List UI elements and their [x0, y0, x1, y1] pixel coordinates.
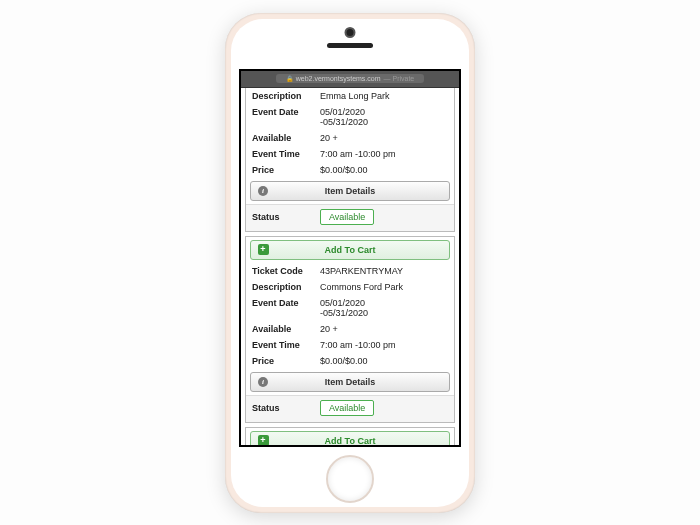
- browser-address-bar[interactable]: 🔒 web2.vermontsystems.com — Private: [241, 71, 459, 88]
- label-price: Price: [252, 165, 320, 175]
- label-available: Available: [252, 324, 320, 334]
- item-details-button[interactable]: i Item Details: [250, 372, 450, 392]
- phone-home-button[interactable]: [326, 455, 374, 503]
- label-available: Available: [252, 133, 320, 143]
- item-details-label: Item Details: [325, 186, 376, 196]
- value-description: Commons Ford Park: [320, 282, 448, 292]
- ticket-card: + Add To Cart Ticket Code43PARKENTRYMAY …: [245, 236, 455, 423]
- label-status: Status: [252, 212, 320, 222]
- value-description: Emma Long Park: [320, 91, 448, 101]
- label-description: Description: [252, 282, 320, 292]
- value-event-time: 7:00 am -10:00 pm: [320, 340, 448, 350]
- add-to-cart-label: Add To Cart: [325, 245, 376, 255]
- label-price: Price: [252, 356, 320, 366]
- label-event-time: Event Time: [252, 149, 320, 159]
- value-event-time: 7:00 am -10:00 pm: [320, 149, 448, 159]
- add-to-cart-label: Add To Cart: [325, 436, 376, 446]
- label-status: Status: [252, 403, 320, 413]
- value-available: 20 +: [320, 133, 448, 143]
- phone-mockup: 🔒 web2.vermontsystems.com — Private Desc…: [225, 13, 475, 513]
- value-available: 20 +: [320, 324, 448, 334]
- address-host: web2.vermontsystems.com: [296, 75, 381, 82]
- value-event-date: 05/01/2020-05/31/2020: [320, 298, 448, 318]
- screen: 🔒 web2.vermontsystems.com — Private Desc…: [239, 69, 461, 447]
- label-event-date: Event Date: [252, 298, 320, 308]
- lock-icon: 🔒: [286, 75, 293, 82]
- value-event-date: 05/01/2020-05/31/2020: [320, 107, 448, 127]
- plus-icon: +: [258, 244, 269, 255]
- phone-camera: [345, 27, 356, 38]
- label-event-date: Event Date: [252, 107, 320, 117]
- label-description: Description: [252, 91, 320, 101]
- info-icon: i: [258, 377, 268, 387]
- address-private-tag: — Private: [384, 75, 415, 82]
- status-row: Status Available: [246, 204, 454, 231]
- value-price: $0.00/$0.00: [320, 356, 448, 366]
- phone-inner: 🔒 web2.vermontsystems.com — Private Desc…: [231, 19, 469, 507]
- label-event-time: Event Time: [252, 340, 320, 350]
- value-ticket-code: 43PARKENTRYMAY: [320, 266, 448, 276]
- plus-icon: +: [258, 435, 269, 446]
- value-price: $0.00/$0.00: [320, 165, 448, 175]
- ticket-card: DescriptionEmma Long Park Event Date05/0…: [245, 88, 455, 232]
- phone-speaker: [327, 43, 373, 48]
- item-details-button[interactable]: i Item Details: [250, 181, 450, 201]
- label-ticket-code: Ticket Code: [252, 266, 320, 276]
- status-badge[interactable]: Available: [320, 400, 374, 416]
- item-details-label: Item Details: [325, 377, 376, 387]
- add-to-cart-button[interactable]: + Add To Cart: [250, 431, 450, 447]
- status-badge[interactable]: Available: [320, 209, 374, 225]
- info-icon: i: [258, 186, 268, 196]
- page-content: DescriptionEmma Long Park Event Date05/0…: [241, 88, 459, 447]
- status-row: Status Available: [246, 395, 454, 422]
- add-to-cart-button[interactable]: + Add To Cart: [250, 240, 450, 260]
- ticket-card: + Add To Cart: [245, 427, 455, 447]
